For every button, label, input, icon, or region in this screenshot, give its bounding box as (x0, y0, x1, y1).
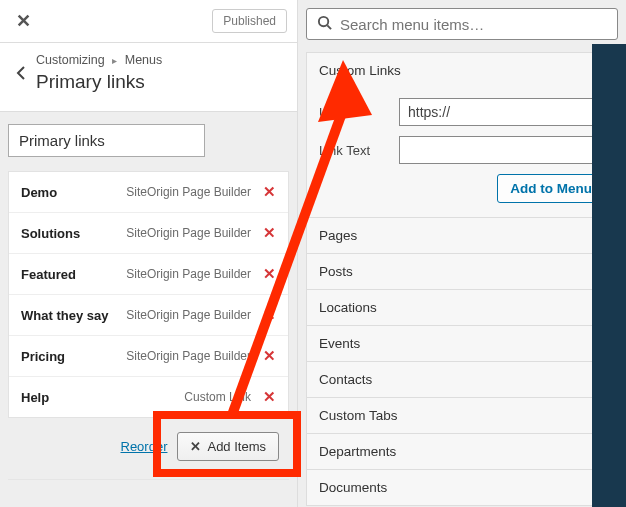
accordion-title: Departments (319, 444, 396, 459)
accordion-header[interactable]: Departments▼ (307, 434, 617, 469)
url-row: URL (319, 98, 605, 126)
available-items-panel: Custom Links ▲ URL Link Text Add to Menu (298, 0, 626, 507)
menu-item-row[interactable]: PricingSiteOrigin Page Builder✕ (9, 336, 288, 377)
link-text-input[interactable] (399, 136, 605, 164)
menu-name-input[interactable] (8, 124, 205, 157)
url-input[interactable] (399, 98, 605, 126)
accordion: Custom Links ▲ URL Link Text Add to Menu (306, 52, 618, 506)
accordion-header[interactable]: Events▼ (307, 326, 617, 361)
search-field-wrap[interactable] (306, 8, 618, 40)
menu-item-label: Solutions (21, 226, 126, 241)
add-items-button[interactable]: ✕ Add Items (177, 432, 279, 461)
add-to-menu-button[interactable]: Add to Menu (497, 174, 605, 203)
accordion-section: Locations▼ (306, 290, 618, 326)
accordion-header[interactable]: Contacts▼ (307, 362, 617, 397)
back-button[interactable] (6, 53, 36, 93)
accordion-header[interactable]: Custom Links ▲ (307, 53, 617, 88)
link-text-row: Link Text (319, 136, 605, 164)
menu-item-type: SiteOrigin Page Builder (126, 226, 251, 240)
accordion-header[interactable]: Posts▼ (307, 254, 617, 289)
menu-item-type: SiteOrigin Page Builder (126, 308, 251, 322)
add-items-label: Add Items (207, 439, 266, 454)
menu-item-label: Help (21, 390, 184, 405)
remove-icon[interactable]: ✕ (261, 306, 278, 324)
plus-icon: ✕ (190, 439, 201, 454)
menu-item-label: Demo (21, 185, 126, 200)
remove-icon[interactable]: ✕ (261, 388, 278, 406)
reorder-link[interactable]: Reorder (121, 439, 168, 454)
accordion-header[interactable]: Locations▼ (307, 290, 617, 325)
accordion-title: Documents (319, 480, 387, 495)
accordion-section-custom-links: Custom Links ▲ URL Link Text Add to Menu (306, 52, 618, 218)
menu-item-row[interactable]: What they saySiteOrigin Page Builder✕ (9, 295, 288, 336)
accordion-section: Departments▼ (306, 434, 618, 470)
svg-point-0 (319, 17, 328, 26)
accordion-section: Events▼ (306, 326, 618, 362)
preview-edge (592, 44, 626, 507)
accordion-header[interactable]: Pages▼ (307, 218, 617, 253)
menu-item-type: Custom Link (184, 390, 251, 404)
svg-line-1 (327, 25, 331, 29)
menu-item-type: SiteOrigin Page Builder (126, 267, 251, 281)
menu-item-label: Featured (21, 267, 126, 282)
menu-item-list: DemoSiteOrigin Page Builder✕SolutionsSit… (8, 171, 289, 418)
accordion-title: Pages (319, 228, 357, 243)
search-icon (317, 15, 332, 33)
remove-icon[interactable]: ✕ (261, 224, 278, 242)
menu-item-row[interactable]: HelpCustom Link✕ (9, 377, 288, 417)
customizer-header: Customizing ▸ Menus Primary links (0, 43, 297, 112)
custom-links-body: URL Link Text Add to Menu (307, 88, 617, 217)
breadcrumb-separator-icon: ▸ (112, 55, 117, 66)
accordion-title: Posts (319, 264, 353, 279)
accordion-title: Events (319, 336, 360, 351)
breadcrumb-root: Customizing (36, 53, 105, 67)
accordion-title: Custom Tabs (319, 408, 398, 423)
chevron-left-icon (16, 66, 26, 80)
accordion-header[interactable]: Custom Tabs▼ (307, 398, 617, 433)
page-title: Primary links (36, 71, 283, 93)
customizer-topbar: ✕ Published (0, 0, 297, 43)
accordion-section: Documents▼ (306, 470, 618, 506)
menu-item-row[interactable]: DemoSiteOrigin Page Builder✕ (9, 172, 288, 213)
customizer-panel: ✕ Published Customizing ▸ Menus Primary … (0, 0, 298, 507)
publish-status-button[interactable]: Published (212, 9, 287, 33)
accordion-title: Contacts (319, 372, 372, 387)
accordion-section: Custom Tabs▼ (306, 398, 618, 434)
remove-icon[interactable]: ✕ (261, 347, 278, 365)
remove-icon[interactable]: ✕ (261, 265, 278, 283)
accordion-section: Contacts▼ (306, 362, 618, 398)
url-label: URL (319, 105, 389, 120)
menu-item-type: SiteOrigin Page Builder (126, 349, 251, 363)
menu-edit-body: DemoSiteOrigin Page Builder✕SolutionsSit… (0, 112, 297, 507)
accordion-section: Posts▼ (306, 254, 618, 290)
link-text-label: Link Text (319, 143, 389, 158)
menu-footer: Reorder ✕ Add Items (8, 418, 289, 480)
menu-item-row[interactable]: FeaturedSiteOrigin Page Builder✕ (9, 254, 288, 295)
close-icon[interactable]: ✕ (10, 8, 37, 34)
search-input[interactable] (340, 16, 607, 33)
menu-item-label: What they say (21, 308, 126, 323)
accordion-title: Custom Links (319, 63, 401, 78)
breadcrumb-section: Menus (125, 53, 163, 67)
menu-item-type: SiteOrigin Page Builder (126, 185, 251, 199)
remove-icon[interactable]: ✕ (261, 183, 278, 201)
accordion-header[interactable]: Documents▼ (307, 470, 617, 505)
accordion-section: Pages▼ (306, 218, 618, 254)
menu-item-row[interactable]: SolutionsSiteOrigin Page Builder✕ (9, 213, 288, 254)
menu-item-label: Pricing (21, 349, 126, 364)
breadcrumb: Customizing ▸ Menus (36, 53, 283, 67)
breadcrumb-block: Customizing ▸ Menus Primary links (36, 53, 283, 93)
accordion-title: Locations (319, 300, 377, 315)
